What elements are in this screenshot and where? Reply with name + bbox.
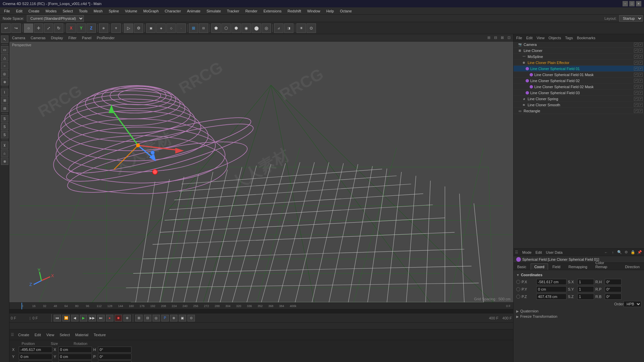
x-axis-button[interactable]: X [66,23,76,33]
om-item-spring[interactable]: ⌀ Line Cloner Spring ✓ ✓ [514,96,644,102]
tool6-button[interactable]: ◎ [262,23,271,33]
goto-start-button[interactable]: ⏮ [54,315,61,321]
left-tool-10[interactable]: S [1,115,8,122]
am-tab-basic[interactable]: Basic [514,263,530,270]
am-menu-userdata[interactable]: User Data [545,250,564,255]
menu-simulate[interactable]: Simulate [204,8,224,14]
am-tab-colorremap[interactable]: Color Remap [592,259,621,270]
left-tool-6[interactable]: ⊕ [1,78,8,85]
om-menu-edit[interactable]: Edit [525,35,534,41]
left-tool-3[interactable]: △ [1,54,8,61]
tool4-button[interactable]: ◉ [241,23,251,33]
move-button[interactable]: ✛ [34,23,43,33]
tc-btn-3[interactable]: ◎ [153,315,160,321]
tool2-button[interactable]: ⬡ [221,23,231,33]
om-smooth-check-1[interactable]: ✓ [634,103,638,107]
menu-edit[interactable]: Edit [13,8,25,14]
menu-mograph[interactable]: MoGraph [141,8,161,14]
om-smooth-check-2[interactable]: ✓ [639,103,643,107]
am-sz-input[interactable] [577,294,594,300]
am-tab-direction[interactable]: Direction [622,263,643,270]
size-x-input[interactable] [58,347,92,353]
menu-select[interactable]: Select [60,8,76,14]
am-rh-input[interactable] [605,279,622,285]
left-tool-7[interactable]: ⌇ [1,88,8,96]
tool8-button[interactable]: ◨ [284,23,293,33]
vp-menu-filter[interactable]: Filter [67,35,78,41]
om-sf03-check-2[interactable]: ✓ [639,91,643,95]
am-hamburger[interactable]: ☰ [515,250,518,254]
quaternion-collapse[interactable]: ▶ Quaternion [516,308,641,314]
render-button[interactable]: ▷ [124,23,133,33]
om-menu-view[interactable]: View [535,35,546,41]
y-axis-button[interactable]: Y [76,23,86,33]
play-button[interactable]: ▶ [80,315,87,321]
left-tool-1[interactable]: ↖ [1,36,8,43]
tc-btn-6[interactable]: ▣ [179,315,186,321]
minimize-button[interactable]: − [623,1,628,6]
tc-btn-2[interactable]: ⊟ [144,315,151,321]
am-back-button[interactable]: ← [603,249,609,255]
coord-system-button[interactable]: ⊕ [99,23,108,33]
am-rp-input[interactable] [605,286,622,292]
om-menu-objects[interactable]: Objects [547,35,562,41]
am-search-button[interactable]: 🔍 [616,249,623,255]
om-sf01-check-2[interactable]: ✓ [639,67,643,71]
om-sf02m-check-2[interactable]: ✓ [639,85,643,89]
coordinates-header[interactable]: ▼ Coordinates [516,273,641,277]
timeline-track[interactable]: 0 16 32 48 64 80 96 112 128 144 160 176 … [9,303,513,313]
rot-p-input[interactable] [98,354,131,360]
redo-button[interactable]: ↪ [11,23,21,33]
am-tab-coord[interactable]: Coord [531,263,548,270]
rot-h-input[interactable] [98,347,131,353]
mat-menu-edit[interactable]: Edit [33,332,42,338]
vp-icon-3[interactable]: ⊠ [499,35,505,41]
snap-button[interactable]: ⊞ [189,23,198,33]
mat-hamburger[interactable]: ☰ [11,333,14,337]
edges-button[interactable]: ◇ [166,23,176,33]
om-item-spherical-02-mask[interactable]: Line Cloner Spherical Field 02 Mask ✓ ✓ [514,84,644,90]
mat-menu-material[interactable]: Material [74,332,90,338]
om-sf02-check-2[interactable]: ✓ [639,79,643,83]
step-back-button[interactable]: ⏪ [62,315,70,321]
om-item-smooth[interactable]: ≋ Line Cloner Smooth ✓ ✓ [514,102,644,108]
size-z-input[interactable] [58,361,92,362]
tool7-button[interactable]: ⊿ [274,23,283,33]
om-sf02-check-1[interactable]: ✓ [634,79,638,83]
vp-icon-1[interactable]: ⊞ [486,35,492,41]
om-item-spherical-01-mask[interactable]: Line Cloner Spherical Field 01 Mask ✓ ✓ [514,72,644,78]
om-rect-check-1[interactable]: ✓ [634,109,638,113]
menu-modes[interactable]: Modes [43,8,59,14]
am-py-input[interactable] [536,286,567,292]
menu-window[interactable]: Window [305,8,323,14]
om-spring-check-1[interactable]: ✓ [634,97,638,101]
am-pin-button[interactable]: 📌 [637,249,643,255]
tool5-button[interactable]: ⬤ [252,23,261,33]
points-button[interactable]: · [176,23,186,33]
om-sf03-check-1[interactable]: ✓ [634,91,638,95]
menu-tracker[interactable]: Tracker [224,8,242,14]
om-menu-file[interactable]: File [515,35,524,41]
vp-icon-2[interactable]: ⊟ [492,35,498,41]
am-rb-input[interactable] [605,294,622,300]
menu-create[interactable]: Create [26,8,42,14]
tc-btn-5[interactable]: ⊕ [170,315,177,321]
am-menu-edit[interactable]: Edit [534,250,543,255]
undo-button[interactable]: ↩ [1,23,11,33]
om-sf01-check-1[interactable]: ✓ [634,67,638,71]
am-tab-field[interactable]: Field [549,263,564,270]
om-item-mospline[interactable]: 〰 MoSpline ✓ ✓ [514,54,644,60]
left-tool-8[interactable]: ⊞ [1,97,8,104]
mat-menu-texture[interactable]: Texture [92,332,107,338]
om-ms-check-1[interactable]: ✓ [634,55,638,59]
tool1-button[interactable]: ⬟ [211,23,221,33]
om-sf02m-check-1[interactable]: ✓ [634,85,638,89]
tc-btn-4[interactable]: P [161,315,169,321]
om-check-2[interactable]: ✓ [639,43,643,47]
om-item-spherical-02[interactable]: Line Cloner Spherical Field 02 ✓ ✓ [514,78,644,84]
vp-menu-display[interactable]: Display [50,35,64,41]
om-lc-check-1[interactable]: ✓ [634,49,638,53]
am-tab-remapping[interactable]: Remapping [565,263,591,270]
left-tool-15[interactable]: ⊗ [1,158,8,165]
size-y-input[interactable] [58,354,92,360]
